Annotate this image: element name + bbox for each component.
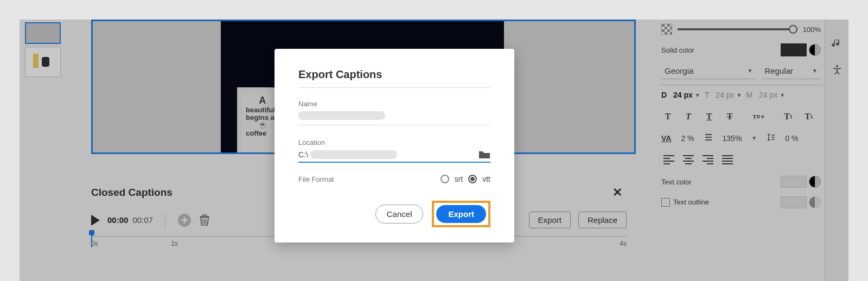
location-prefix: C:\ (298, 150, 308, 159)
radio-srt-label: srt (455, 175, 463, 183)
cancel-button[interactable]: Cancel (375, 205, 424, 223)
export-button[interactable]: Export (436, 205, 486, 223)
radio-srt[interactable] (441, 175, 449, 183)
export-button-highlight: Export (432, 201, 490, 227)
file-format-label: File Format (298, 175, 334, 183)
radio-vtt-label: vtt (482, 175, 490, 183)
name-input[interactable] (298, 111, 490, 125)
app-frame: A beautiful begins aft ☕ coffee Closed C… (20, 20, 848, 281)
radio-vtt[interactable] (468, 175, 477, 183)
name-field-label: Name (298, 100, 490, 108)
export-captions-modal: Export Captions Name Location C:\ File F… (275, 49, 514, 242)
modal-title: Export Captions (298, 68, 490, 81)
location-field-label: Location (298, 138, 490, 146)
location-input[interactable] (310, 150, 397, 159)
folder-icon[interactable] (478, 150, 490, 159)
